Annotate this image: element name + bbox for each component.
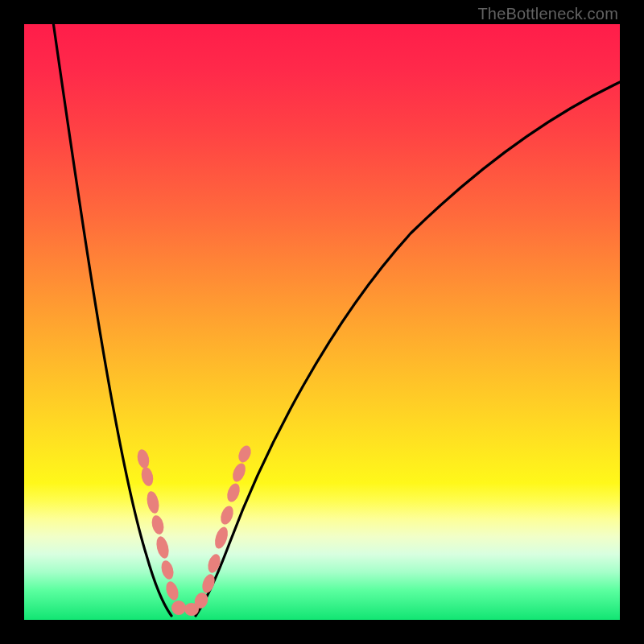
curve-svg bbox=[24, 24, 620, 620]
curve-marker bbox=[145, 490, 161, 514]
curve-marker bbox=[218, 504, 235, 526]
curve-marker bbox=[155, 535, 171, 560]
curve-marker bbox=[159, 559, 175, 581]
curve-marker bbox=[140, 466, 155, 487]
curve-marker bbox=[236, 444, 253, 464]
curve-marker bbox=[206, 552, 223, 574]
curve-marker bbox=[136, 448, 151, 469]
curve-marker bbox=[225, 481, 242, 503]
right-curve bbox=[196, 82, 620, 616]
curve-marker bbox=[164, 580, 181, 601]
curve-marker bbox=[150, 514, 165, 536]
curve-marker bbox=[171, 601, 186, 615]
watermark-text: TheBottleneck.com bbox=[477, 5, 618, 23]
curve-marker bbox=[230, 461, 248, 483]
chart-frame bbox=[24, 24, 620, 620]
